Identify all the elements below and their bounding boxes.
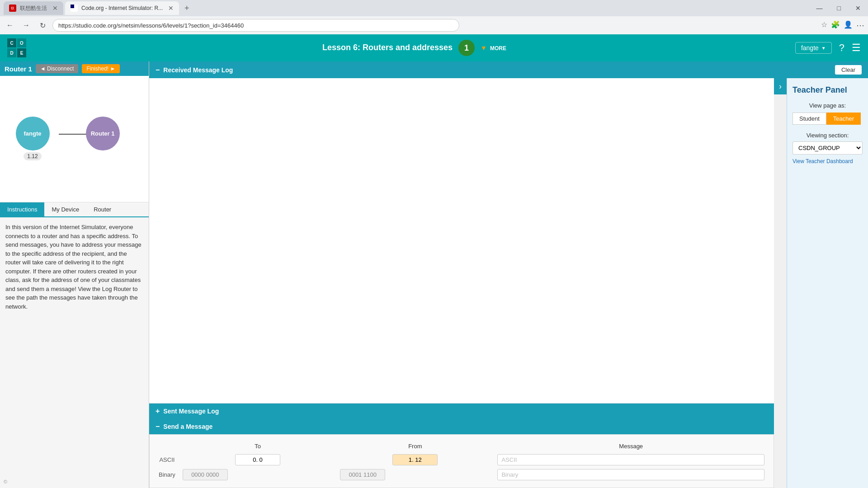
browser-chrome: 联 联想酷生活 ✕ C Code.org - Internet Simulato…: [0, 0, 868, 34]
logo-d: D: [7, 48, 16, 57]
tab-code[interactable]: C Code.org - Internet Simulator: R... ✕: [65, 1, 179, 15]
router-title: Router 1: [5, 65, 32, 73]
forward-button[interactable]: →: [20, 19, 33, 32]
instructions-text: In this version of the Internet Simulato…: [5, 223, 143, 311]
logo-e: E: [17, 48, 26, 57]
minimize-button[interactable]: —: [813, 5, 826, 12]
dashboard-link[interactable]: View Teacher Dashboard: [793, 158, 863, 164]
tab-instructions[interactable]: Instructions: [0, 202, 44, 217]
router-header: Router 1 ◄ Disconnect Finished! ►: [0, 61, 149, 76]
back-button[interactable]: ←: [4, 19, 16, 32]
more-menu-button[interactable]: ⋯: [856, 20, 864, 30]
code-icon: C: [71, 5, 78, 12]
send-message-title: Send a Message: [163, 423, 212, 430]
ascii-row: ASCII: [155, 452, 768, 467]
section-select[interactable]: CSDN_GROUP: [793, 141, 863, 155]
user-menu-button[interactable]: fangte ▼: [795, 42, 832, 54]
extensions-icon[interactable]: 🧩: [831, 20, 840, 30]
send-message-icon: −: [156, 422, 160, 431]
log-and-teacher: + Sent Message Log − Send a Message To: [149, 78, 868, 488]
reload-button[interactable]: ↻: [36, 19, 49, 32]
code-logo: C O D E: [7, 38, 26, 57]
col-to: To: [179, 440, 336, 452]
binary-row: Binary 0000 0000 0001 1100: [155, 467, 768, 482]
binary-message-input[interactable]: [497, 469, 764, 480]
router1-name: Router 1: [91, 130, 115, 137]
address-text: https://studio.code.org/s/netsim/lessons…: [58, 22, 244, 29]
instructions-content: In this version of the Internet Simulato…: [0, 217, 149, 475]
logo-c: C: [7, 38, 16, 47]
tab-mydevice[interactable]: My Device: [44, 202, 86, 217]
received-log-area: [149, 78, 774, 404]
teacher-view-button[interactable]: Teacher: [826, 113, 861, 125]
lenovo-icon: 联: [9, 5, 16, 12]
sent-log-header: + Sent Message Log: [149, 404, 774, 419]
header-right: fangte ▼ ? ☰: [795, 42, 861, 54]
close-button[interactable]: ✕: [852, 5, 864, 12]
collapse-panel-button[interactable]: ›: [774, 78, 787, 94]
binary-from-display: 0001 1100: [340, 469, 385, 480]
node-container: fangte 1.12 Router 1: [16, 103, 133, 175]
address-bar-row: ← → ↻ https://studio.code.org/s/netsim/l…: [0, 16, 868, 34]
main-layout: Router 1 ◄ Disconnect Finished! ► fangte…: [0, 61, 868, 488]
hamburger-menu-button[interactable]: ☰: [852, 42, 861, 54]
received-log-title: Received Message Log: [163, 66, 233, 74]
send-message-header: − Send a Message: [149, 419, 774, 434]
user-label: fangte: [801, 44, 819, 52]
clear-button[interactable]: Clear: [835, 65, 862, 75]
tab-lenovo[interactable]: 联 联想酷生活 ✕: [4, 1, 63, 15]
view-toggle: Student Teacher: [793, 113, 863, 125]
user-dropdown-icon: ▼: [821, 46, 826, 51]
finished-button[interactable]: Finished! ►: [82, 64, 120, 73]
app-header: C O D E Lesson 6: Routers and addresses …: [0, 34, 868, 61]
fangte-circle[interactable]: fangte: [16, 117, 50, 150]
binary-to-display: 0000 0000: [183, 469, 228, 480]
tab-router[interactable]: Router: [86, 202, 118, 217]
address-bar[interactable]: https://studio.code.org/s/netsim/lessons…: [52, 19, 459, 32]
binary-label: Binary: [155, 467, 179, 482]
profile-icon[interactable]: 👤: [844, 20, 853, 30]
tab-code-close[interactable]: ✕: [168, 5, 174, 12]
maximize-button[interactable]: □: [834, 5, 844, 12]
level-badge: 1: [458, 40, 475, 56]
col-message: Message: [494, 440, 768, 452]
new-tab-button[interactable]: +: [181, 4, 193, 13]
student-view-button[interactable]: Student: [793, 113, 826, 125]
tab-bar: 联 联想酷生活 ✕ C Code.org - Internet Simulato…: [0, 0, 868, 16]
tab-lenovo-close[interactable]: ✕: [52, 5, 58, 12]
fangte-address: 1.12: [24, 152, 41, 160]
tabs-row: Instructions My Device Router: [0, 202, 149, 217]
center-right-wrapper: − Received Message Log Clear + Sent Mess…: [149, 61, 868, 488]
received-log-icon: −: [156, 66, 160, 74]
send-form: To From Message ASCII: [149, 434, 774, 488]
ascii-label: ASCII: [155, 452, 179, 467]
ascii-to-input[interactable]: [235, 454, 280, 465]
star-icon[interactable]: ☆: [821, 20, 827, 30]
router1-circle[interactable]: Router 1: [86, 117, 120, 150]
view-label: View page as:: [793, 102, 863, 109]
more-arrow-icon: ▼: [481, 44, 487, 52]
copyright: ©: [0, 475, 149, 488]
more-label: MORE: [490, 45, 506, 52]
teacher-panel: Teacher Panel View page as: Student Teac…: [787, 78, 868, 488]
viewing-label: Viewing section:: [793, 132, 863, 139]
logo-o: O: [17, 38, 26, 47]
node-router1: Router 1: [86, 117, 120, 150]
ascii-message-input[interactable]: [497, 454, 764, 465]
left-panel: Router 1 ◄ Disconnect Finished! ► fangte…: [0, 61, 149, 488]
ascii-from-input[interactable]: [392, 454, 438, 465]
fangte-name: fangte: [24, 130, 42, 137]
log-area: + Sent Message Log − Send a Message To: [149, 78, 774, 488]
teacher-panel-title: Teacher Panel: [793, 85, 863, 95]
tab-lenovo-label: 联想酷生活: [20, 5, 47, 12]
node-fangte: fangte 1.12: [16, 117, 50, 160]
network-diagram: fangte 1.12 Router 1: [0, 76, 149, 202]
received-log-header: − Received Message Log Clear: [149, 61, 868, 78]
col-from: From: [336, 440, 494, 452]
tab-code-label: Code.org - Internet Simulator: R...: [81, 5, 163, 11]
sent-log-icon: +: [156, 407, 160, 415]
help-button[interactable]: ?: [839, 42, 844, 54]
lesson-title: Lesson 6: Routers and addresses: [322, 43, 453, 52]
disconnect-button[interactable]: ◄ Disconnect: [36, 64, 79, 73]
sent-log-title: Sent Message Log: [163, 408, 219, 415]
